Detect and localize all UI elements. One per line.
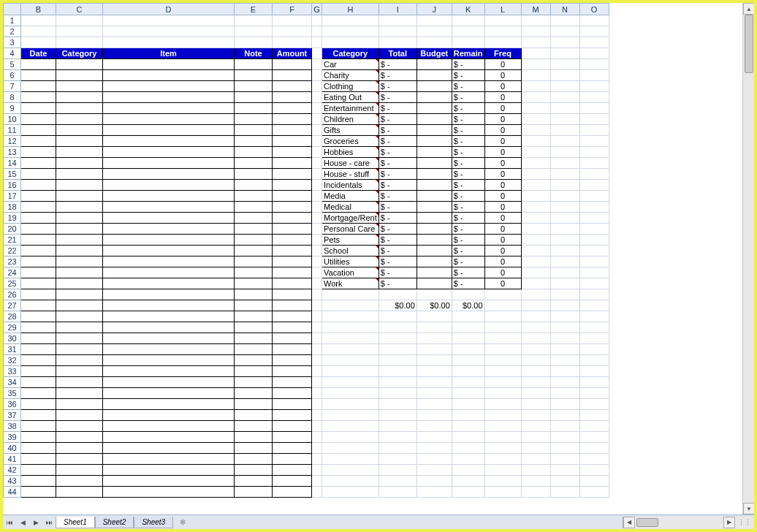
cell[interactable] [312,59,322,70]
cell[interactable] [521,278,550,289]
cell[interactable] [103,103,235,114]
row-header[interactable]: 29 [4,322,21,333]
cell[interactable] [579,70,609,81]
budget-category[interactable]: Personal Care [322,224,379,235]
cell[interactable] [322,15,379,26]
budget-freq[interactable]: 0 [484,103,521,114]
cell[interactable] [378,366,416,377]
cell[interactable] [322,344,379,355]
cell[interactable] [521,311,550,322]
row-header[interactable]: 14 [4,158,21,169]
cell[interactable] [235,421,273,432]
cell[interactable] [378,311,416,322]
cell[interactable] [273,246,312,256]
row-header[interactable]: 26 [4,289,21,300]
cell[interactable] [378,322,416,333]
cell[interactable] [103,399,235,410]
budget-total[interactable]: $ - [378,267,416,278]
expense-header-note[interactable]: Note [235,48,273,59]
cell[interactable] [103,289,235,300]
cell[interactable] [550,48,579,59]
cell[interactable] [452,289,484,300]
cell[interactable] [521,81,550,92]
cell[interactable] [56,26,103,37]
cell[interactable] [521,169,550,180]
cell[interactable] [521,388,550,399]
cell[interactable] [273,256,312,267]
cell[interactable] [312,476,322,487]
row-header[interactable]: 36 [4,399,21,410]
cell[interactable] [21,300,56,311]
cell[interactable] [21,92,56,103]
cell[interactable] [452,355,484,366]
budget-total[interactable]: $ - [378,202,416,213]
cell[interactable] [312,114,322,125]
budget-remain[interactable]: $ - [452,147,484,158]
cell[interactable] [484,465,521,476]
cell[interactable] [312,180,322,191]
cell[interactable] [579,158,609,169]
budget-remain[interactable]: $ - [452,70,484,81]
row-header[interactable]: 15 [4,169,21,180]
cell[interactable] [103,59,235,70]
budget-remain[interactable]: $ - [452,180,484,191]
cell[interactable] [416,487,452,498]
cell[interactable] [103,278,235,289]
cell[interactable] [484,311,521,322]
cell[interactable] [56,399,103,410]
tab-nav-next-icon[interactable]: ▶ [30,517,42,528]
cell[interactable] [56,191,103,202]
cell[interactable] [21,70,56,81]
cell[interactable] [103,147,235,158]
cell[interactable] [273,59,312,70]
cell[interactable] [550,421,579,432]
cell[interactable] [452,344,484,355]
row-header[interactable]: 2 [4,26,21,37]
column-header[interactable]: B [21,4,56,15]
budget-budget[interactable] [416,114,452,125]
cell[interactable] [21,410,56,421]
cell[interactable] [521,180,550,191]
cell[interactable] [56,278,103,289]
tab-nav-first-icon[interactable]: ⏮ [4,517,15,528]
row-header[interactable]: 5 [4,59,21,70]
cell[interactable] [484,366,521,377]
cell[interactable] [56,158,103,169]
cell[interactable] [579,322,609,333]
cell[interactable] [312,103,322,114]
expense-header-amount[interactable]: Amount [273,48,312,59]
cell[interactable] [322,300,379,311]
cell[interactable] [312,246,322,256]
budget-category[interactable]: Car [322,59,379,70]
cell[interactable] [550,267,579,278]
cell[interactable] [550,169,579,180]
budget-total[interactable]: $ - [378,180,416,191]
cell[interactable] [550,278,579,289]
cell[interactable] [103,256,235,267]
budget-category[interactable]: Entertainment [322,103,379,114]
budget-freq[interactable]: 0 [484,256,521,267]
budget-category[interactable]: Mortgage/Rent [322,213,379,224]
row-header[interactable]: 35 [4,388,21,399]
cell[interactable] [579,289,609,300]
cell[interactable] [521,289,550,300]
budget-total[interactable]: $ - [378,81,416,92]
cell[interactable] [273,465,312,476]
row-header[interactable]: 30 [4,333,21,344]
cell[interactable] [312,224,322,235]
cell[interactable] [312,81,322,92]
cell[interactable] [312,26,322,37]
cell[interactable] [416,322,452,333]
cell[interactable] [322,289,379,300]
cell[interactable] [56,267,103,278]
cell[interactable] [235,311,273,322]
tab-nav-prev-icon[interactable]: ◀ [17,517,28,528]
budget-category[interactable]: Medical [322,202,379,213]
cell[interactable] [103,432,235,443]
row-header[interactable]: 11 [4,125,21,136]
cell[interactable] [56,487,103,498]
cell[interactable] [21,377,56,388]
cell[interactable] [322,476,379,487]
cell[interactable] [56,169,103,180]
budget-total[interactable]: $ - [378,103,416,114]
